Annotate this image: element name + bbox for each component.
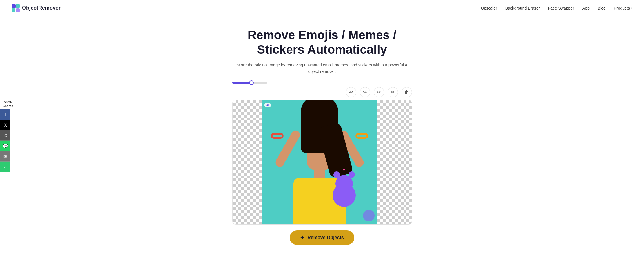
brand-logo[interactable]: ObjectRemover xyxy=(12,4,61,12)
brush-size-slider[interactable] xyxy=(232,82,267,84)
photo-area: AI xyxy=(262,100,377,224)
facebook-share-button[interactable]: f xyxy=(0,109,10,120)
nav-background-eraser[interactable]: Background Eraser xyxy=(505,6,540,10)
nav-upscaler[interactable]: Upscaler xyxy=(481,6,497,10)
twitter-share-button[interactable]: 𝕏 xyxy=(0,120,10,130)
sticker-bear: ♥ xyxy=(328,175,360,207)
svg-rect-2 xyxy=(12,8,15,12)
image-canvas: AI xyxy=(232,100,412,225)
magic-icon: ✦ xyxy=(300,234,304,241)
bear-heart: ♥ xyxy=(343,167,345,172)
print-button[interactable]: 🖨 xyxy=(0,130,10,141)
sticker-resize-handle[interactable] xyxy=(363,210,375,221)
nav-face-swapper[interactable]: Face Swapper xyxy=(548,6,574,10)
undo-button[interactable]: ↩ xyxy=(346,87,356,97)
delete-button[interactable]: 🗑 xyxy=(402,87,412,97)
logo-icon xyxy=(12,4,20,12)
chevron-down-icon: ▾ xyxy=(631,6,632,10)
svg-rect-1 xyxy=(16,4,20,8)
brush-slider-thumb[interactable] xyxy=(249,80,254,85)
brush-slider-fill xyxy=(232,82,251,84)
whatsapp-share-button[interactable]: 💬 xyxy=(0,141,10,151)
bracelet-left xyxy=(271,133,284,139)
image-toolbar: ↩ ↪ ✂ ✏ 🗑 xyxy=(232,87,412,97)
hair xyxy=(301,100,338,153)
remove-objects-label: Remove Objects xyxy=(307,235,344,240)
page-title: Remove Emojis / Memes / Stickers Automat… xyxy=(248,28,397,57)
remove-objects-button[interactable]: ✦ Remove Objects xyxy=(290,230,354,245)
nav-app[interactable]: App xyxy=(582,6,590,10)
nav-links: Upscaler Background Eraser Face Swapper … xyxy=(481,6,632,11)
scissors-button[interactable]: ✂ xyxy=(374,87,384,97)
social-sidebar: 59.9k Shares f 𝕏 🖨 💬 ✉ ↗ xyxy=(0,99,16,172)
navbar: ObjectRemover Upscaler Background Eraser… xyxy=(0,0,644,16)
page-subtitle: estore the original image by removing un… xyxy=(235,62,409,75)
bracelet-right xyxy=(355,133,368,139)
svg-rect-0 xyxy=(12,4,16,8)
share-button[interactable]: ↗ xyxy=(0,162,10,172)
bear-body xyxy=(333,184,356,207)
brand-name: ObjectRemover xyxy=(22,5,61,11)
pencil-button[interactable]: ✏ xyxy=(388,87,398,97)
social-share-count: 59.9k Shares xyxy=(0,99,16,109)
remove-btn-wrap: ✦ Remove Objects xyxy=(290,230,354,245)
brush-control xyxy=(232,82,412,84)
nav-products-label: Products xyxy=(614,6,630,10)
email-share-button[interactable]: ✉ xyxy=(0,151,10,162)
nav-products[interactable]: Products ▾ xyxy=(614,6,632,10)
redo-button[interactable]: ↪ xyxy=(360,87,370,97)
main-content: Remove Emojis / Memes / Stickers Automat… xyxy=(0,16,644,251)
nav-blog[interactable]: Blog xyxy=(598,6,606,10)
svg-rect-3 xyxy=(16,8,20,12)
